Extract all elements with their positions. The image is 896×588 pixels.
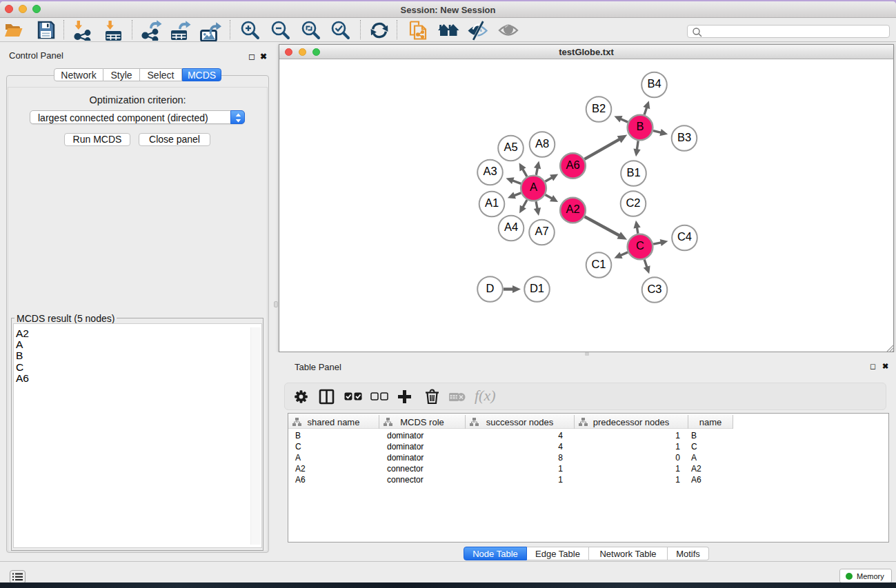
svg-text:B3: B3 (677, 131, 691, 143)
svg-text:C4: C4 (677, 230, 692, 243)
svg-text:A6: A6 (566, 159, 579, 171)
svg-text:A3: A3 (483, 165, 497, 177)
svg-text:D: D (486, 282, 495, 294)
svg-text:B2: B2 (592, 102, 606, 114)
svg-text:A2: A2 (566, 203, 579, 215)
svg-text:C3: C3 (647, 283, 661, 295)
svg-text:D1: D1 (530, 282, 544, 294)
svg-text:C1: C1 (591, 258, 606, 270)
svg-text:A5: A5 (504, 141, 517, 153)
svg-text:B4: B4 (647, 77, 661, 90)
svg-text:B: B (636, 120, 644, 132)
svg-text:A7: A7 (535, 225, 548, 237)
svg-text:B1: B1 (626, 166, 640, 179)
svg-text:C2: C2 (626, 196, 640, 209)
svg-text:A1: A1 (485, 196, 499, 209)
svg-text:A: A (530, 181, 537, 193)
svg-text:A4: A4 (504, 221, 518, 233)
svg-text:C: C (636, 239, 644, 252)
svg-text:A8: A8 (535, 137, 549, 150)
